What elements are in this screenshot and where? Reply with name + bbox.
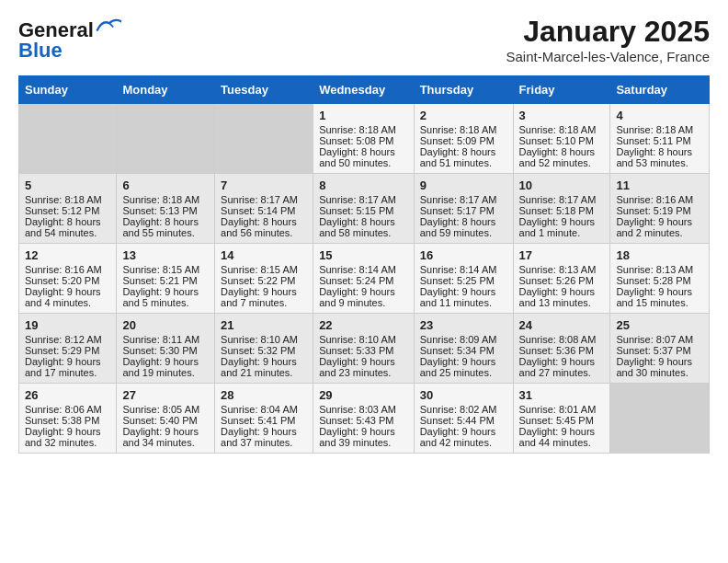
week-row-5: 26Sunrise: 8:06 AMSunset: 5:38 PMDayligh…	[19, 384, 710, 454]
sunrise-text: Sunrise: 8:16 AM	[25, 264, 110, 275]
calendar-cell: 6Sunrise: 8:18 AMSunset: 5:13 PMDaylight…	[117, 174, 215, 244]
calendar-cell: 3Sunrise: 8:18 AMSunset: 5:10 PMDaylight…	[513, 104, 610, 174]
month-title: January 2025	[506, 15, 710, 49]
sunrise-text: Sunrise: 8:09 AM	[420, 334, 507, 345]
day-number: 23	[420, 318, 507, 332]
calendar-cell: 15Sunrise: 8:14 AMSunset: 5:24 PMDayligh…	[313, 244, 415, 314]
day-number: 1	[319, 109, 408, 122]
sunrise-text: Sunrise: 8:13 AM	[616, 264, 703, 275]
calendar-cell: 14Sunrise: 8:15 AMSunset: 5:22 PMDayligh…	[215, 244, 313, 314]
day-number: 25	[616, 318, 703, 332]
sunset-text: Sunset: 5:17 PM	[420, 205, 507, 216]
week-row-1: 1Sunrise: 8:18 AMSunset: 5:08 PMDaylight…	[19, 104, 710, 174]
sunset-text: Sunset: 5:43 PM	[319, 415, 408, 426]
sunrise-text: Sunrise: 8:12 AM	[25, 334, 110, 345]
sunrise-text: Sunrise: 8:02 AM	[420, 404, 507, 415]
sunrise-text: Sunrise: 8:05 AM	[122, 404, 209, 415]
calendar-cell	[610, 384, 710, 454]
calendar-cell: 24Sunrise: 8:08 AMSunset: 5:36 PMDayligh…	[513, 314, 610, 384]
sunset-text: Sunset: 5:25 PM	[420, 275, 507, 286]
daylight-text: Daylight: 9 hours and 5 minutes.	[122, 286, 209, 308]
day-number: 15	[319, 248, 408, 262]
day-number: 12	[25, 248, 110, 262]
daylight-text: Daylight: 9 hours and 27 minutes.	[519, 356, 605, 378]
sunset-text: Sunset: 5:29 PM	[25, 345, 110, 356]
sunset-text: Sunset: 5:11 PM	[616, 135, 703, 146]
day-number: 5	[25, 178, 110, 192]
sunrise-text: Sunrise: 8:18 AM	[616, 124, 703, 135]
day-number: 7	[221, 178, 307, 192]
day-number: 9	[420, 178, 507, 192]
daylight-text: Daylight: 9 hours and 11 minutes.	[420, 286, 507, 308]
location-title: Saint-Marcel-les-Valence, France	[506, 49, 710, 64]
calendar-cell: 30Sunrise: 8:02 AMSunset: 5:44 PMDayligh…	[414, 384, 513, 454]
sunrise-text: Sunrise: 8:18 AM	[420, 124, 507, 135]
calendar-cell: 12Sunrise: 8:16 AMSunset: 5:20 PMDayligh…	[19, 244, 117, 314]
page-header: General Blue January 2025 Saint-Marcel-l…	[18, 15, 710, 64]
calendar-cell: 10Sunrise: 8:17 AMSunset: 5:18 PMDayligh…	[513, 174, 610, 244]
sunset-text: Sunset: 5:15 PM	[319, 205, 408, 216]
week-row-3: 12Sunrise: 8:16 AMSunset: 5:20 PMDayligh…	[19, 244, 710, 314]
sunset-text: Sunset: 5:19 PM	[616, 205, 703, 216]
daylight-text: Daylight: 9 hours and 19 minutes.	[122, 356, 209, 378]
calendar-cell: 22Sunrise: 8:10 AMSunset: 5:33 PMDayligh…	[313, 314, 415, 384]
calendar-cell: 17Sunrise: 8:13 AMSunset: 5:26 PMDayligh…	[513, 244, 610, 314]
day-number: 16	[420, 248, 507, 262]
calendar-cell: 19Sunrise: 8:12 AMSunset: 5:29 PMDayligh…	[19, 314, 117, 384]
logo: General Blue	[18, 18, 121, 63]
week-row-2: 5Sunrise: 8:18 AMSunset: 5:12 PMDaylight…	[19, 174, 710, 244]
sunset-text: Sunset: 5:45 PM	[519, 415, 605, 426]
day-number: 8	[319, 178, 408, 192]
calendar-cell: 4Sunrise: 8:18 AMSunset: 5:11 PMDaylight…	[610, 104, 710, 174]
sunset-text: Sunset: 5:13 PM	[122, 205, 209, 216]
weekday-header-tuesday: Tuesday	[215, 76, 313, 104]
day-number: 22	[319, 318, 408, 332]
sunrise-text: Sunrise: 8:18 AM	[519, 124, 605, 135]
day-number: 28	[221, 388, 307, 402]
sunrise-text: Sunrise: 8:08 AM	[519, 334, 605, 345]
sunset-text: Sunset: 5:10 PM	[519, 135, 605, 146]
calendar-cell: 11Sunrise: 8:16 AMSunset: 5:19 PMDayligh…	[610, 174, 710, 244]
calendar-cell: 7Sunrise: 8:17 AMSunset: 5:14 PMDaylight…	[215, 174, 313, 244]
day-number: 18	[616, 248, 703, 262]
weekday-header-friday: Friday	[513, 76, 610, 104]
sunrise-text: Sunrise: 8:15 AM	[122, 264, 209, 275]
calendar-cell: 21Sunrise: 8:10 AMSunset: 5:32 PMDayligh…	[215, 314, 313, 384]
daylight-text: Daylight: 9 hours and 39 minutes.	[319, 426, 408, 448]
sunrise-text: Sunrise: 8:13 AM	[519, 264, 605, 275]
calendar-cell	[215, 104, 313, 174]
sunset-text: Sunset: 5:44 PM	[420, 415, 507, 426]
calendar-cell: 25Sunrise: 8:07 AMSunset: 5:37 PMDayligh…	[610, 314, 710, 384]
day-number: 6	[122, 178, 209, 192]
daylight-text: Daylight: 8 hours and 51 minutes.	[420, 146, 507, 168]
daylight-text: Daylight: 9 hours and 15 minutes.	[616, 286, 703, 308]
sunrise-text: Sunrise: 8:06 AM	[25, 404, 110, 415]
sunrise-text: Sunrise: 8:14 AM	[319, 264, 408, 275]
calendar-cell: 29Sunrise: 8:03 AMSunset: 5:43 PMDayligh…	[313, 384, 415, 454]
sunrise-text: Sunrise: 8:18 AM	[122, 194, 209, 205]
sunrise-text: Sunrise: 8:03 AM	[319, 404, 408, 415]
weekday-header-wednesday: Wednesday	[313, 76, 415, 104]
calendar-cell: 5Sunrise: 8:18 AMSunset: 5:12 PMDaylight…	[19, 174, 117, 244]
sunset-text: Sunset: 5:20 PM	[25, 275, 110, 286]
weekday-header-monday: Monday	[117, 76, 215, 104]
weekday-header-sunday: Sunday	[19, 76, 117, 104]
sunset-text: Sunset: 5:34 PM	[420, 345, 507, 356]
calendar-cell: 9Sunrise: 8:17 AMSunset: 5:17 PMDaylight…	[414, 174, 513, 244]
daylight-text: Daylight: 9 hours and 1 minute.	[519, 216, 605, 238]
daylight-text: Daylight: 9 hours and 44 minutes.	[519, 426, 605, 448]
calendar-cell: 27Sunrise: 8:05 AMSunset: 5:40 PMDayligh…	[117, 384, 215, 454]
daylight-text: Daylight: 9 hours and 13 minutes.	[519, 286, 605, 308]
sunset-text: Sunset: 5:08 PM	[319, 135, 408, 146]
weekday-header-thursday: Thursday	[414, 76, 513, 104]
daylight-text: Daylight: 8 hours and 59 minutes.	[420, 216, 507, 238]
day-number: 4	[616, 109, 703, 122]
sunset-text: Sunset: 5:21 PM	[122, 275, 209, 286]
day-number: 11	[616, 178, 703, 192]
day-number: 30	[420, 388, 507, 402]
sunset-text: Sunset: 5:09 PM	[420, 135, 507, 146]
sunset-text: Sunset: 5:36 PM	[519, 345, 605, 356]
daylight-text: Daylight: 9 hours and 32 minutes.	[25, 426, 110, 448]
sunrise-text: Sunrise: 8:14 AM	[420, 264, 507, 275]
daylight-text: Daylight: 9 hours and 21 minutes.	[221, 356, 307, 378]
